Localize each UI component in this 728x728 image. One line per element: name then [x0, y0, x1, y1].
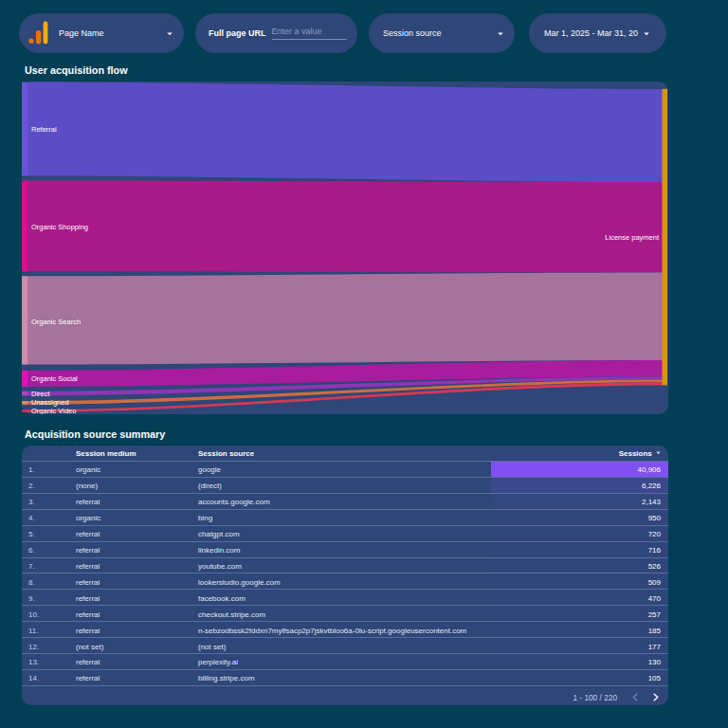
svg-text:Organic Video: Organic Video	[31, 407, 76, 414]
svg-text:Organic Search: Organic Search	[31, 318, 81, 326]
svg-text:Unassigned: Unassigned	[31, 398, 69, 407]
svg-text:Referral: Referral	[31, 125, 57, 134]
svg-text:License payment: License payment	[605, 233, 660, 242]
svg-text:Organic Shopping: Organic Shopping	[31, 223, 88, 231]
svg-text:Organic Social: Organic Social	[31, 374, 78, 383]
svg-text:Direct: Direct	[31, 390, 51, 398]
